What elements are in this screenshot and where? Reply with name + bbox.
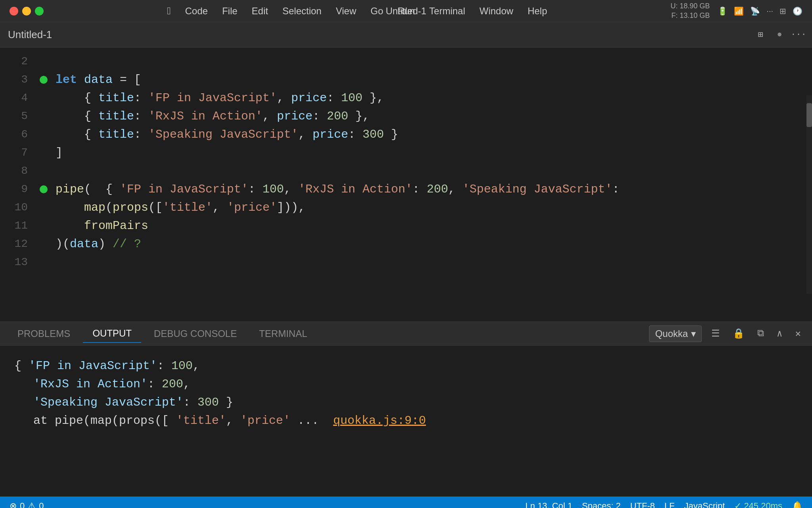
line-num-13: 13 xyxy=(0,253,28,271)
statusbar: ⊗ 0 ⚠ 0 Ln 13, Col 1 Spaces: 2 UTF-8 LF … xyxy=(0,496,812,508)
dropdown-value: Quokka xyxy=(655,328,688,339)
editor-scrollbar[interactable] xyxy=(806,95,812,294)
menu-terminal[interactable]: Terminal xyxy=(429,6,465,17)
code-line-10: map(props(['title', 'price'])), xyxy=(56,198,812,217)
airdrop-icon: 📡 xyxy=(750,6,760,16)
output-line-4: at pipe(map(props([ 'title', 'price' ...… xyxy=(14,412,798,430)
cursor-position[interactable]: Ln 13, Col 1 xyxy=(525,501,573,508)
eol-indicator[interactable]: LF xyxy=(665,501,675,508)
tab-debug-console[interactable]: DEBUG CONSOLE xyxy=(144,325,246,343)
traffic-lights xyxy=(10,7,44,15)
clock-icon: 🕐 xyxy=(793,6,802,16)
error-icon: ⊗ xyxy=(10,501,17,508)
spaces-indicator[interactable]: Spaces: 2 xyxy=(582,501,621,508)
tab-actions: ⊞ ● ··· xyxy=(755,29,804,40)
line-num-3: 3 xyxy=(0,71,28,89)
tab-terminal[interactable]: TERMINAL xyxy=(249,325,316,343)
copy-icon[interactable]: ⧉ xyxy=(754,327,767,341)
menu-help[interactable]: Help xyxy=(528,6,547,17)
controlcenter-icon: ⊞ xyxy=(779,6,786,16)
chevron-down-icon: ▾ xyxy=(691,328,696,339)
code-line-12: )(data) // ? xyxy=(56,235,812,253)
tab-output[interactable]: OUTPUT xyxy=(83,325,141,343)
code-line-11: fromPairs xyxy=(56,217,812,235)
encoding-indicator[interactable]: UTF-8 xyxy=(630,501,655,508)
code-line-5: { title: 'RxJS in Action', price: 200 }, xyxy=(56,107,812,125)
line-num-5: 5 xyxy=(0,107,28,125)
bp-13 xyxy=(36,253,52,271)
apple-menu[interactable]:  xyxy=(167,5,171,17)
bp-12 xyxy=(36,235,52,253)
lock-icon[interactable]: 🔒 xyxy=(730,326,748,341)
code-line-2 xyxy=(56,52,812,71)
warning-icon: ⚠ xyxy=(28,501,36,508)
titlebar:  Code File Edit Selection View Go Run T… xyxy=(0,0,812,22)
line-num-12: 12 xyxy=(0,235,28,253)
line-num-7: 7 xyxy=(0,144,28,162)
language-indicator[interactable]: JavaScript xyxy=(684,501,725,508)
menu-file[interactable]: File xyxy=(222,6,237,17)
menu-view[interactable]: View xyxy=(336,6,356,17)
tabbar: Untitled-1 ⊞ ● ··· xyxy=(0,22,812,48)
maximize-button[interactable] xyxy=(35,7,44,15)
bp-10 xyxy=(36,198,52,217)
tab-problems[interactable]: PROBLEMS xyxy=(8,325,80,343)
line-num-6: 6 xyxy=(0,125,28,144)
menu-edit[interactable]: Edit xyxy=(252,6,268,17)
menu-go[interactable]: Go xyxy=(371,6,383,17)
panel: PROBLEMS OUTPUT DEBUG CONSOLE TERMINAL Q… xyxy=(0,321,812,496)
window-title: Untitled-1 xyxy=(386,6,427,17)
bp-5 xyxy=(36,107,52,125)
output-line-2: 'RxJS in Action': 200, xyxy=(14,375,798,393)
panel-tabs: PROBLEMS OUTPUT DEBUG CONSOLE TERMINAL Q… xyxy=(0,322,812,346)
menu-code[interactable]: Code xyxy=(185,6,208,17)
scrollbar-thumb xyxy=(806,103,812,127)
notifications-icon[interactable]: 🔔 xyxy=(792,501,802,508)
statusbar-right: Ln 13, Col 1 Spaces: 2 UTF-8 LF JavaScri… xyxy=(525,501,802,508)
output-line-1: { 'FP in JavaScript': 100, xyxy=(14,357,798,375)
dots-icon: ··· xyxy=(766,6,773,15)
bp-3[interactable] xyxy=(36,71,52,89)
quokka-link[interactable]: quokka.js:9:0 xyxy=(333,415,426,427)
menu-selection[interactable]: Selection xyxy=(282,6,322,17)
split-editor-icon[interactable]: ⊞ xyxy=(755,29,766,40)
line-num-4: 4 xyxy=(0,89,28,107)
bp-2 xyxy=(36,52,52,71)
code-line-6: { title: 'Speaking JavaScript', price: 3… xyxy=(56,125,812,144)
minimize-button[interactable] xyxy=(22,7,31,15)
editor: 2 3 4 5 6 7 8 9 10 11 12 13 let data = [ xyxy=(0,48,812,321)
more-actions-icon[interactable]: ··· xyxy=(793,29,804,40)
line-num-11: 11 xyxy=(0,217,28,235)
collapse-panel-icon[interactable]: ∧ xyxy=(774,326,785,341)
output-source-dropdown[interactable]: Quokka ▾ xyxy=(649,325,702,342)
line-numbers: 2 3 4 5 6 7 8 9 10 11 12 13 xyxy=(0,48,36,321)
code-line-7: ] xyxy=(56,144,812,162)
menu-window[interactable]: Window xyxy=(479,6,513,17)
panel-tab-right: Quokka ▾ ☰ 🔒 ⧉ ∧ ✕ xyxy=(649,325,804,342)
line-num-2: 2 xyxy=(0,52,28,71)
code-line-4: { title: 'FP in JavaScript', price: 100 … xyxy=(56,89,812,107)
close-panel-icon[interactable]: ✕ xyxy=(792,326,804,341)
close-button[interactable] xyxy=(10,7,18,15)
bp-4 xyxy=(36,89,52,107)
bp-6 xyxy=(36,125,52,144)
clear-output-icon[interactable]: ☰ xyxy=(708,326,723,341)
timing-indicator: ✓ 245.20ms xyxy=(734,501,782,508)
wifi-icon: 📶 xyxy=(734,6,744,16)
code-line-13 xyxy=(56,253,812,271)
titlebar-left xyxy=(10,7,44,15)
menu-bar:  Code File Edit Selection View Go Run T… xyxy=(167,5,547,17)
tab-untitled[interactable]: Untitled-1 xyxy=(8,29,52,41)
error-count[interactable]: ⊗ 0 ⚠ 0 xyxy=(10,501,44,508)
titlebar-icons: 🔋 📶 📡 ··· ⊞ 🕐 xyxy=(718,6,802,16)
error-num: 0 xyxy=(20,501,25,508)
output-content: { 'FP in JavaScript': 100, 'RxJS in Acti… xyxy=(0,346,812,496)
breakpoint-gutter xyxy=(36,48,52,321)
code-line-8 xyxy=(56,162,812,180)
bp-9[interactable] xyxy=(36,180,52,198)
code-line-9: pipe( { 'FP in JavaScript': 100, 'RxJS i… xyxy=(56,180,812,198)
bp-7 xyxy=(36,144,52,162)
bp-8 xyxy=(36,162,52,180)
code-editor[interactable]: let data = [ { title: 'FP in JavaScript'… xyxy=(52,48,812,321)
line-num-9: 9 xyxy=(0,180,28,198)
